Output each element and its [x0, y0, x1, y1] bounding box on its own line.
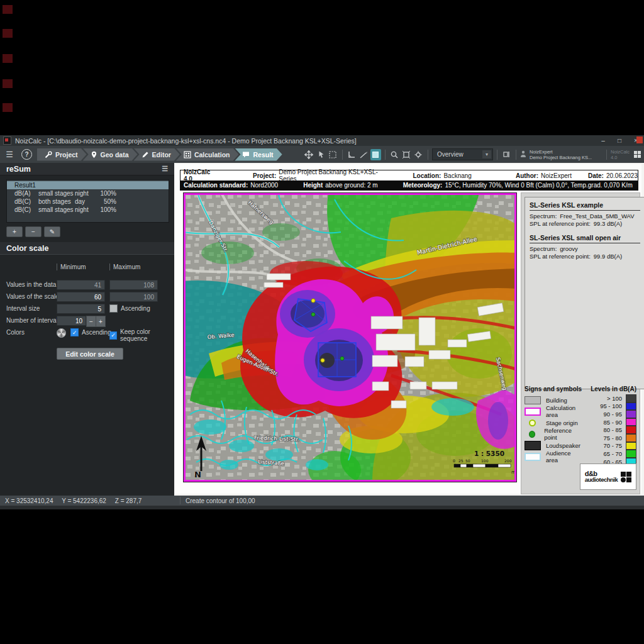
- color-wheel-icon[interactable]: [57, 328, 66, 338]
- marquee-select-icon[interactable]: [328, 149, 338, 160]
- row-label: Colors: [6, 329, 25, 336]
- tab-label: Result: [253, 151, 273, 158]
- noise-map[interactable]: Martin-Dietrich-Allee Hasenhalde Friedri…: [183, 192, 517, 482]
- row-label: Values of the scale: [6, 293, 59, 300]
- screenshot-stage: { "icons": {"menu":"☰","help":"?","minim…: [0, 0, 644, 644]
- pin-layout-icon[interactable]: [501, 149, 512, 160]
- help-icon[interactable]: ?: [21, 149, 32, 160]
- scale-max-field[interactable]: 100: [109, 292, 158, 302]
- add-result-button[interactable]: +: [6, 226, 23, 237]
- source-title: SL-Series XSL small open air: [530, 234, 640, 243]
- result-name: Result1: [14, 182, 38, 189]
- user-icon: [520, 150, 526, 160]
- report-sheet: NoizCalc 4.0 Project: Demo Project Backn…: [175, 164, 641, 494]
- measure-angle-icon[interactable]: [347, 149, 357, 160]
- edit-result-button[interactable]: ✎: [44, 226, 60, 237]
- scale-min-field[interactable]: 60: [57, 292, 105, 302]
- app-window: NoizCalc - [C:\dbaudio-noizcalc-demo-pro…: [0, 135, 644, 509]
- level-swatch: [626, 402, 636, 411]
- svg-text:100: 100: [481, 458, 489, 463]
- app-badge-name: NoizCalc: [611, 149, 630, 155]
- artifact-marker: [3, 29, 13, 38]
- report-side-column: SL-Series KSL example Spectrum:Free_Test…: [521, 192, 640, 494]
- tab-geo-data[interactable]: Geo data: [83, 148, 138, 161]
- source-spl: 99.9 dB(A): [594, 253, 622, 260]
- source-spl: 99.3 dB(A): [594, 220, 622, 228]
- colors-ascending-checkbox[interactable]: ✓ Ascending: [70, 328, 111, 336]
- remove-result-button[interactable]: −: [25, 226, 42, 237]
- signs-list: Building Calculation area Stage origin R…: [525, 394, 582, 474]
- results-list[interactable]: Result1 dB(A) small stages night 100% dB…: [6, 179, 169, 223]
- vendor-logo: d&b audiotechnik: [580, 464, 636, 490]
- tab-calculation[interactable]: Calculation: [176, 148, 239, 161]
- decrement-button[interactable]: −: [86, 316, 96, 327]
- row-label: Values in the data: [6, 281, 56, 288]
- calc-meteorology: 15°C, Humidity 70%, Wind 0 Bft (Calm) 0,…: [445, 182, 633, 189]
- panel-menu-icon[interactable]: ☰: [162, 165, 168, 173]
- reference-point: [340, 357, 344, 360]
- tab-label: Project: [55, 151, 78, 158]
- color-scale-header: Color scale: [0, 242, 174, 255]
- tab-result[interactable]: Result: [235, 148, 282, 161]
- values-data-min-field[interactable]: 41: [57, 280, 105, 290]
- app-badge-version: 4.0: [611, 155, 630, 160]
- minimize-button[interactable]: –: [595, 135, 611, 146]
- draw-slope-icon[interactable]: [358, 149, 369, 160]
- result-bubble-icon: [242, 151, 250, 158]
- user-name: NoizExpert: [530, 149, 602, 155]
- tab-editor[interactable]: Editor: [134, 148, 180, 161]
- level-swatch: [626, 426, 636, 434]
- increment-button[interactable]: +: [96, 316, 106, 327]
- menu-icon[interactable]: ☰: [3, 148, 16, 161]
- list-item[interactable]: dB(C) small stages night 100%: [7, 206, 169, 214]
- list-item[interactable]: dB(A) small stages night 100%: [7, 189, 169, 197]
- color-scale-title: Color scale: [6, 244, 48, 253]
- area-view-icon[interactable]: [370, 149, 381, 160]
- artifact-marker: [3, 54, 13, 63]
- list-item[interactable]: dB(C) both stages day 50%: [7, 197, 169, 206]
- column-minimum: Minimum: [57, 264, 86, 270]
- calculation-area-swatch: [525, 408, 541, 416]
- calc-standard: Nord2000: [250, 182, 278, 189]
- pan-icon[interactable]: [304, 149, 314, 160]
- level-swatch: [626, 450, 636, 458]
- interval-ascending-checkbox[interactable]: Ascending: [109, 304, 150, 313]
- apps-grid-icon[interactable]: [632, 149, 643, 160]
- zoom-icon[interactable]: [389, 149, 400, 160]
- source-title: SL-Series KSL example: [530, 201, 640, 211]
- resum-panel-header: reSum ☰: [0, 163, 174, 175]
- settings-gear-icon[interactable]: [413, 149, 424, 160]
- tab-project[interactable]: Project: [37, 148, 87, 161]
- audience-area-swatch: [525, 453, 541, 461]
- row-label: Interval size: [6, 305, 40, 312]
- list-item[interactable]: Result1: [7, 181, 169, 189]
- values-data-max-field[interactable]: 108: [109, 280, 158, 290]
- artifact-marker: [3, 5, 13, 14]
- checkbox-unchecked[interactable]: [109, 304, 118, 313]
- interval-size-field[interactable]: 5: [57, 304, 105, 314]
- keep-sequence-checkbox[interactable]: ✓ Keep color sequence: [109, 328, 174, 342]
- zoom-extent-icon[interactable]: [401, 149, 412, 160]
- view-dropdown[interactable]: Overview ▾: [432, 148, 493, 160]
- svg-text:1 : 5350: 1 : 5350: [474, 450, 504, 457]
- sources-box: SL-Series KSL example Spectrum:Free_Test…: [525, 197, 644, 389]
- left-sidebar: reSum ☰ Result1 dB(A) small stages night…: [0, 163, 174, 496]
- levels-title: Levels in dB(A): [591, 386, 636, 392]
- view-dropdown-value: Overview: [437, 151, 464, 158]
- checkbox-checked[interactable]: ✓: [109, 331, 117, 340]
- edit-color-scale-button[interactable]: Edit color scale: [57, 348, 123, 360]
- title-bar[interactable]: NoizCalc - [C:\dbaudio-noizcalc-demo-pro…: [0, 135, 644, 146]
- checkbox-checked[interactable]: ✓: [70, 328, 79, 336]
- maximize-button[interactable]: □: [611, 135, 628, 146]
- map-pin-icon: [91, 151, 97, 158]
- app-icon: [3, 136, 11, 145]
- loudspeaker-swatch: [525, 441, 541, 450]
- num-intervals-field[interactable]: 10: [57, 316, 86, 326]
- user-block[interactable]: NoizExpert Demo Project Backnang KS...: [530, 149, 602, 160]
- svg-text:25: 25: [458, 458, 464, 463]
- wrench-icon: [45, 151, 52, 158]
- select-cursor-icon[interactable]: [316, 149, 326, 160]
- level-swatch: [626, 434, 636, 442]
- column-maximum: Maximum: [109, 264, 140, 270]
- report-date: 20.06.2023: [606, 172, 638, 179]
